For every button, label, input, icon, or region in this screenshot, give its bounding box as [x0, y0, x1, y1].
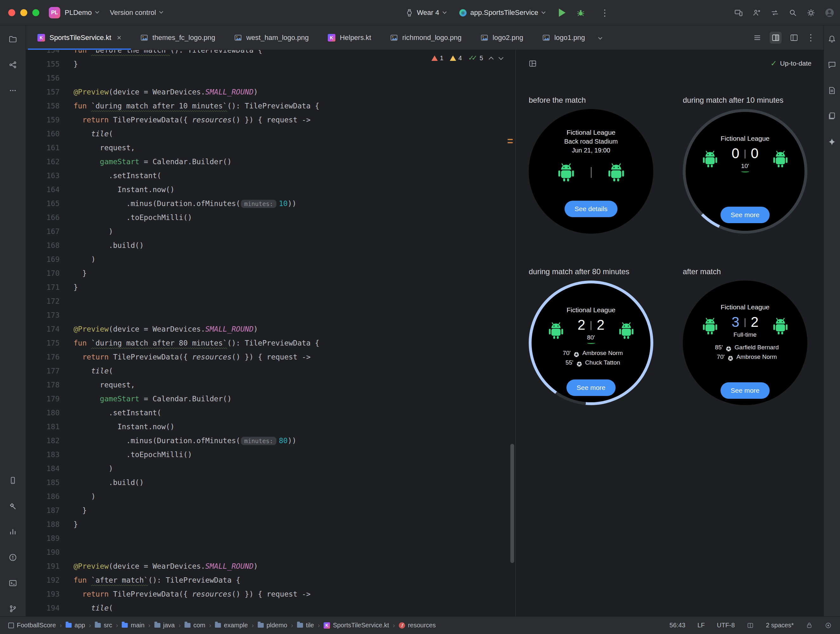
line-number[interactable]: 176	[26, 350, 74, 364]
close-window-button[interactable]	[8, 9, 15, 16]
more-tool-windows-icon[interactable]	[9, 86, 17, 95]
line-number[interactable]: 187	[26, 503, 74, 517]
project-folder-icon[interactable]	[9, 35, 17, 43]
line-number[interactable]: 185	[26, 476, 74, 489]
tab-richmond_logo.png[interactable]: richmond_logo.png	[381, 25, 471, 50]
notifications-bell-icon[interactable]	[827, 35, 836, 43]
line-number[interactable]: 156	[26, 71, 74, 85]
code-line[interactable]: 164 Instant.now()	[26, 183, 515, 196]
breadcrumb-item[interactable]: example	[215, 621, 248, 629]
device-manager-icon[interactable]	[9, 476, 17, 485]
logcat-icon[interactable]	[827, 86, 836, 95]
debug-button[interactable]	[576, 8, 585, 17]
assistant-chat-icon[interactable]	[827, 60, 836, 69]
terminal-icon[interactable]	[9, 579, 17, 587]
breadcrumb-item[interactable]: fresources	[399, 621, 436, 629]
resource-manager-icon[interactable]	[9, 60, 17, 69]
line-number[interactable]: 184	[26, 462, 74, 476]
code-line[interactable]: 189	[26, 531, 515, 545]
breadcrumb-item[interactable]: src	[95, 621, 112, 629]
breadcrumb-item[interactable]: KSportsTileService.kt	[324, 621, 389, 629]
inspection-stripe-mark[interactable]	[507, 139, 513, 140]
breadcrumb-item[interactable]: app	[66, 621, 85, 629]
search-icon[interactable]	[789, 9, 797, 17]
code-line[interactable]: 190	[26, 545, 515, 559]
editor-kebab-menu[interactable]: ⋮	[807, 32, 815, 43]
tab-Helpers.kt[interactable]: KHelpers.kt	[318, 25, 381, 50]
breadcrumb-item[interactable]: tile	[297, 621, 314, 629]
breadcrumb-item[interactable]: java	[155, 621, 175, 629]
code-line[interactable]: 176 return TilePreviewData({ resources()…	[26, 350, 515, 364]
code-line[interactable]: 187 }	[26, 503, 515, 517]
analysis-status-icon[interactable]	[825, 622, 832, 629]
code-line[interactable]: 180 .setInstant(	[26, 406, 515, 420]
profiler-icon[interactable]	[9, 528, 17, 536]
editor-scrollbar[interactable]	[510, 444, 514, 563]
code-line[interactable]: 193 return TilePreviewData({ resources()…	[26, 587, 515, 601]
line-number[interactable]: 189	[26, 531, 74, 545]
code-line[interactable]: 178 request,	[26, 378, 515, 392]
previous-problem-icon[interactable]	[489, 57, 494, 62]
run-configuration-selector[interactable]: app.SportsTileService	[471, 9, 538, 17]
code-line[interactable]: 192fun `after match`(): TilePreviewData …	[26, 573, 515, 587]
line-number[interactable]: 180	[26, 406, 74, 420]
line-number[interactable]: 160	[26, 127, 74, 141]
see-details-button[interactable]: See details	[565, 201, 618, 217]
line-number[interactable]: 169	[26, 252, 74, 266]
code-line[interactable]: 188}	[26, 517, 515, 531]
code-line[interactable]: 191@Preview(device = WearDevices.SMALL_R…	[26, 559, 515, 573]
line-number[interactable]: 179	[26, 392, 74, 406]
code-line[interactable]: 186 )	[26, 489, 515, 503]
line-number[interactable]: 172	[26, 294, 74, 308]
lock-icon[interactable]	[806, 622, 813, 629]
gemini-sparkle-icon[interactable]	[827, 138, 836, 146]
tab-themes_fc_logo.png[interactable]: themes_fc_logo.png	[131, 25, 225, 50]
tab-west_ham_logo.png[interactable]: west_ham_logo.png	[225, 25, 318, 50]
tab-logo2.png[interactable]: logo2.png	[471, 25, 533, 50]
settings-sync-icon[interactable]	[771, 9, 779, 17]
line-number[interactable]: 165	[26, 196, 74, 210]
code-line[interactable]: 183 .toEpochMilli()	[26, 447, 515, 462]
line-number[interactable]: 167	[26, 225, 74, 239]
code-editor[interactable]: 154fun `before the match`(): TilePreview…	[26, 50, 515, 616]
line-number[interactable]: 170	[26, 266, 74, 280]
project-selector[interactable]: PLDemo	[65, 9, 92, 17]
code-line[interactable]: 170 }	[26, 266, 515, 280]
tab-logo1.png[interactable]: logo1.png	[533, 25, 595, 50]
code-line[interactable]: 165 .minus(Duration.ofMinutes(minutes:10…	[26, 196, 515, 210]
warning-count[interactable]: 4	[450, 55, 462, 62]
line-number[interactable]: 188	[26, 517, 74, 531]
settings-gear-icon[interactable]	[807, 9, 815, 17]
code-line[interactable]: 175fun `during match after 80 minutes`()…	[26, 336, 515, 350]
breadcrumb-item[interactable]: FootballScore	[8, 621, 56, 629]
file-encoding[interactable]: UTF-8	[717, 621, 735, 629]
code-line[interactable]: 159 return TilePreviewData({ resources()…	[26, 113, 515, 127]
next-problem-icon[interactable]	[499, 55, 504, 60]
hidden-tabs-chevron-icon[interactable]	[594, 25, 606, 50]
maximize-window-button[interactable]	[32, 9, 39, 16]
error-count[interactable]: 1	[431, 55, 444, 62]
line-number[interactable]: 158	[26, 99, 74, 113]
line-number[interactable]: 192	[26, 573, 74, 587]
version-control-icon[interactable]	[9, 604, 17, 613]
breadcrumb-item[interactable]: com	[185, 621, 205, 629]
code-line[interactable]: 166 .toEpochMilli()	[26, 210, 515, 225]
line-separator[interactable]: LF	[697, 621, 705, 629]
caret-position[interactable]: 56:43	[669, 621, 685, 629]
line-number[interactable]: 193	[26, 587, 74, 601]
close-tab-icon[interactable]: ×	[117, 33, 122, 42]
line-number[interactable]: 174	[26, 322, 74, 336]
editor-list-icon[interactable]	[753, 33, 761, 42]
line-number[interactable]: 162	[26, 155, 74, 169]
breadcrumb-item[interactable]: pldemo	[258, 621, 287, 629]
code-line[interactable]: 177 tile(	[26, 364, 515, 378]
code-line[interactable]: 181 Instant.now()	[26, 420, 515, 434]
device-explorer-icon[interactable]	[827, 112, 836, 120]
code-line[interactable]: 173	[26, 308, 515, 322]
column-guide-icon[interactable]	[747, 622, 754, 629]
code-line[interactable]: 161 request,	[26, 141, 515, 155]
run-button[interactable]	[559, 9, 565, 17]
device-mirroring-icon[interactable]	[734, 9, 743, 17]
code-line[interactable]: 163 .setInstant(	[26, 169, 515, 183]
line-number[interactable]: 182	[26, 434, 74, 447]
